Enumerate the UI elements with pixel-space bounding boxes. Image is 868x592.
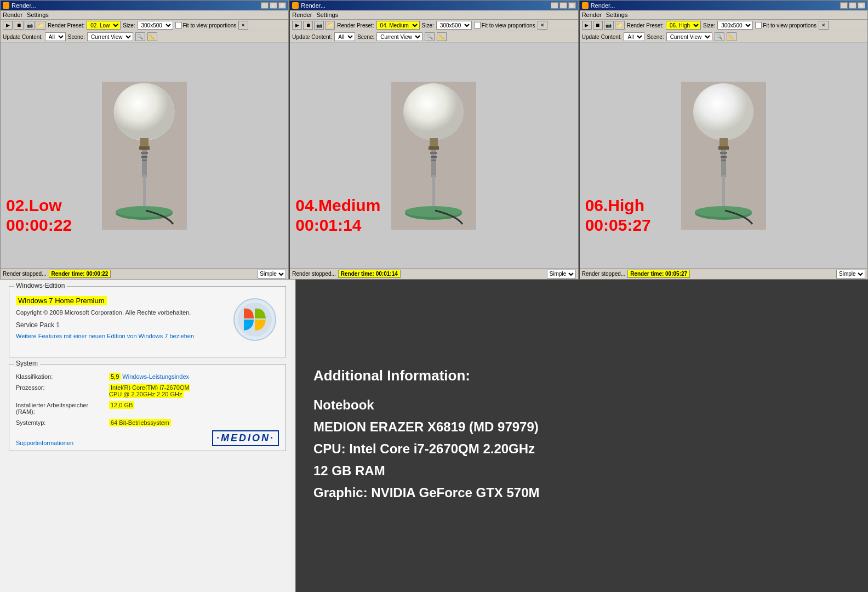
close-btn-medium[interactable]: ✕ bbox=[568, 2, 576, 9]
icon2-low[interactable]: ⏹ bbox=[14, 21, 24, 30]
menu-render-low[interactable]: Render bbox=[3, 12, 22, 18]
scene-select-low[interactable]: Current View bbox=[87, 32, 133, 41]
window-icon-medium bbox=[292, 2, 299, 9]
icon1-high[interactable]: ▶ bbox=[582, 21, 592, 30]
icon3-low[interactable]: 📷 bbox=[25, 21, 35, 30]
view-icon2-high[interactable]: 📐 bbox=[727, 32, 736, 41]
size-label-low: Size: bbox=[123, 22, 135, 29]
scene-select-medium[interactable]: Current View bbox=[376, 32, 422, 41]
menu-settings-medium[interactable]: Settings bbox=[316, 12, 338, 18]
toolbar-row2-medium: Update Content: All Scene: Current View … bbox=[290, 31, 578, 43]
icon4-low[interactable]: 📁 bbox=[36, 21, 45, 30]
statusbar-low: Render stopped... Render time: 00:00:22 … bbox=[1, 268, 288, 279]
fit-checkbox-medium[interactable]: Fit to view proportions bbox=[474, 22, 535, 29]
titlebar-low: Render... _ □ ✕ bbox=[1, 1, 288, 10]
fit-checkbox-low[interactable]: Fit to view proportions bbox=[175, 22, 237, 29]
preset-select-medium[interactable]: 04. Medium bbox=[376, 21, 420, 30]
postprocess-select-low[interactable]: Simple bbox=[257, 270, 286, 278]
maximize-btn-low[interactable]: □ bbox=[270, 2, 277, 9]
render-label-low: 02.Low 00:00:22 bbox=[6, 196, 72, 235]
update-label-medium: Update Content: bbox=[292, 34, 332, 40]
svg-rect-17 bbox=[430, 152, 437, 154]
time-label-low: 00:00:22 bbox=[6, 215, 72, 235]
svg-rect-9 bbox=[143, 175, 146, 210]
clear-btn-medium[interactable]: ✕ bbox=[538, 21, 547, 30]
render-window-high: Render... _ □ ✕ Render Settings ▶ ⏹ 📷 📁 … bbox=[579, 0, 868, 280]
update-select-medium[interactable]: All bbox=[334, 32, 355, 41]
menu-bar-high: Render Settings bbox=[580, 10, 867, 20]
icon4-medium[interactable]: 📁 bbox=[325, 21, 335, 30]
clear-btn-low[interactable]: ✕ bbox=[238, 21, 248, 30]
svg-rect-4 bbox=[139, 146, 150, 150]
medion-logo: ·MEDION· bbox=[212, 430, 279, 446]
view-icon1-high[interactable]: 🔍 bbox=[715, 32, 724, 41]
info-line-2: CPU: Intel Core i7-2670QM 2.20GHz bbox=[313, 439, 850, 459]
scene-label-high: Scene: bbox=[647, 34, 664, 40]
view-icon2-medium[interactable]: 📐 bbox=[437, 32, 447, 41]
view-icon1-medium[interactable]: 🔍 bbox=[425, 32, 435, 41]
menu-bar-low: Render Settings bbox=[1, 10, 288, 20]
info-line-4: Graphic: NVIDIA GeForce GTX 570M bbox=[313, 483, 850, 503]
titlebar-buttons-medium[interactable]: _ □ ✕ bbox=[551, 2, 576, 9]
menu-bar-medium: Render Settings bbox=[290, 10, 578, 20]
edition-section-title: Windows-Edition bbox=[14, 282, 67, 289]
size-select-high[interactable]: 300x500 bbox=[717, 21, 753, 30]
view-icon1-low[interactable]: 🔍 bbox=[135, 32, 145, 41]
close-btn-low[interactable]: ✕ bbox=[278, 2, 286, 9]
svg-rect-19 bbox=[431, 160, 436, 161]
preset-select-high[interactable]: 06. High bbox=[666, 21, 701, 30]
svg-rect-20 bbox=[432, 175, 435, 210]
render-time-high: Render time: 00:05:27 bbox=[627, 270, 690, 278]
icon4-high[interactable]: 📁 bbox=[615, 21, 625, 30]
fit-checkbox-high[interactable]: Fit to view proportions bbox=[755, 22, 816, 29]
titlebar-buttons-high[interactable]: _ □ ✕ bbox=[840, 2, 865, 9]
svg-rect-29 bbox=[721, 156, 727, 158]
menu-settings-low[interactable]: Settings bbox=[27, 12, 49, 18]
titlebar-buttons-low[interactable]: _ □ ✕ bbox=[261, 2, 286, 9]
size-select-low[interactable]: 300x500 bbox=[138, 21, 173, 30]
toolbar-row2-low: Update Content: All Scene: Current View … bbox=[1, 31, 288, 43]
maximize-btn-high[interactable]: □ bbox=[849, 2, 856, 9]
fit-label-low: Fit to view proportions bbox=[183, 22, 237, 29]
info-line-1: MEDION ERAZER X6819 (MD 97979) bbox=[313, 417, 850, 437]
minimize-btn-medium[interactable]: _ bbox=[551, 2, 558, 9]
size-select-medium[interactable]: 300x500 bbox=[436, 21, 472, 30]
info-line-3: 12 GB RAM bbox=[313, 461, 850, 481]
menu-render-medium[interactable]: Render bbox=[292, 12, 312, 18]
type-label: Systemtyp: bbox=[16, 419, 109, 426]
clear-btn-high[interactable]: ✕ bbox=[819, 21, 829, 30]
svg-rect-6 bbox=[141, 152, 148, 154]
svg-rect-30 bbox=[721, 160, 726, 161]
menu-render-high[interactable]: Render bbox=[582, 12, 602, 18]
update-select-high[interactable]: All bbox=[624, 32, 644, 41]
close-btn-high[interactable]: ✕ bbox=[858, 2, 865, 9]
svg-point-22 bbox=[405, 206, 462, 217]
processor-badge: Intel(R) Core(TM) i7-2670QMCPU @ 2.20GHz… bbox=[109, 384, 190, 398]
support-link[interactable]: Supportinformationen bbox=[16, 440, 73, 446]
postprocess-select-high[interactable]: Simple bbox=[836, 270, 865, 278]
view-icon2-low[interactable]: 📐 bbox=[147, 32, 157, 41]
minimize-btn-low[interactable]: _ bbox=[261, 2, 269, 9]
icon3-high[interactable]: 📷 bbox=[604, 21, 614, 30]
scene-select-high[interactable]: Current View bbox=[666, 32, 712, 41]
icon1-medium[interactable]: ▶ bbox=[292, 21, 302, 30]
icon2-medium[interactable]: ⏹ bbox=[303, 21, 313, 30]
status-text-high: Render stopped... bbox=[582, 271, 626, 277]
toolbar-row1-medium: ▶ ⏹ 📷 📁 Render Preset: 04. Medium Size: … bbox=[290, 20, 578, 31]
quality-label-medium: 04.Medium bbox=[295, 196, 380, 215]
canvas-high: 06.High 00:05:27 bbox=[580, 43, 867, 268]
maximize-btn-medium[interactable]: □ bbox=[559, 2, 567, 9]
icon3-medium[interactable]: 📷 bbox=[314, 21, 324, 30]
update-select-low[interactable]: All bbox=[45, 32, 66, 41]
icon1-low[interactable]: ▶ bbox=[3, 21, 13, 30]
windows-logo bbox=[233, 298, 277, 341]
postprocess-select-medium[interactable]: Simple bbox=[547, 270, 576, 278]
minimize-btn-high[interactable]: _ bbox=[840, 2, 848, 9]
lamp-svg-low bbox=[102, 82, 187, 230]
preset-select-low[interactable]: 02. Low bbox=[87, 21, 121, 30]
additional-info-panel: Additional Information: Notebook MEDION … bbox=[296, 280, 868, 592]
render-window-low: Render... _ □ ✕ Render Settings ▶ ⏹ 📷 📁 … bbox=[0, 0, 289, 280]
menu-settings-high[interactable]: Settings bbox=[606, 12, 628, 18]
icon2-high[interactable]: ⏹ bbox=[593, 21, 603, 30]
edition-name: Windows 7 Home Premium bbox=[16, 296, 107, 305]
